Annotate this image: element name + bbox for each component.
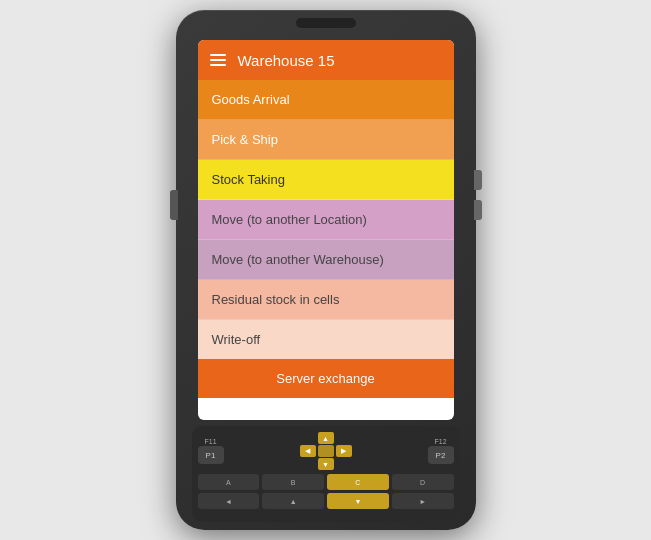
nav-left-button[interactable]: ◀: [300, 445, 316, 457]
side-button-left[interactable]: [170, 190, 178, 220]
key-g[interactable]: ▼: [327, 493, 389, 509]
menu-item-write-off[interactable]: Write-off: [198, 320, 454, 359]
app-title: Warehouse 15: [238, 52, 335, 69]
menu-list: Goods Arrival Pick & Ship Stock Taking M…: [198, 80, 454, 359]
menu-item-move-warehouse[interactable]: Move (to another Warehouse): [198, 240, 454, 280]
menu-item-move-location[interactable]: Move (to another Location): [198, 200, 454, 240]
app-header: Warehouse 15: [198, 40, 454, 80]
nav-up-button[interactable]: ▲: [318, 432, 334, 444]
keypad-area: F11 P1 ▲ ◀ ▶ ▼: [192, 426, 460, 522]
hamburger-icon[interactable]: [210, 54, 226, 66]
key-b[interactable]: B: [262, 474, 324, 490]
device-top-bump: [296, 18, 356, 28]
menu-item-stock-taking[interactable]: Stock Taking: [198, 160, 454, 200]
server-exchange-button[interactable]: Server exchange: [198, 359, 454, 398]
nav-right-button[interactable]: ▶: [336, 445, 352, 457]
keypad-row-efgh: ◄ ▲ ▼ ►: [198, 493, 454, 509]
key-c[interactable]: C: [327, 474, 389, 490]
key-f[interactable]: ▲: [262, 493, 324, 509]
p2-key[interactable]: P2: [428, 446, 454, 464]
menu-item-residual-stock[interactable]: Residual stock in cells: [198, 280, 454, 320]
nav-down-button[interactable]: ▼: [318, 458, 334, 470]
key-h[interactable]: ►: [392, 493, 454, 509]
screen: Warehouse 15 Goods Arrival Pick & Ship S…: [198, 40, 454, 420]
device-body: Warehouse 15 Goods Arrival Pick & Ship S…: [176, 10, 476, 530]
mobile-device: Warehouse 15 Goods Arrival Pick & Ship S…: [176, 10, 476, 530]
p1-key[interactable]: P1: [198, 446, 224, 464]
f11-label: F11: [204, 438, 216, 445]
keypad-row-fn: F11 P1 ▲ ◀ ▶ ▼: [198, 432, 454, 470]
menu-item-pick-ship[interactable]: Pick & Ship: [198, 120, 454, 160]
f12-label: F12: [434, 438, 446, 445]
key-d[interactable]: D: [392, 474, 454, 490]
nav-cluster: ▲ ◀ ▶ ▼: [300, 432, 352, 470]
key-e[interactable]: ◄: [198, 493, 260, 509]
side-button-right-bottom[interactable]: [474, 200, 482, 220]
key-a[interactable]: A: [198, 474, 260, 490]
side-button-right-top[interactable]: [474, 170, 482, 190]
nav-center-button[interactable]: [318, 445, 334, 457]
menu-item-goods-arrival[interactable]: Goods Arrival: [198, 80, 454, 120]
keypad-row-abc: A B C D: [198, 474, 454, 490]
